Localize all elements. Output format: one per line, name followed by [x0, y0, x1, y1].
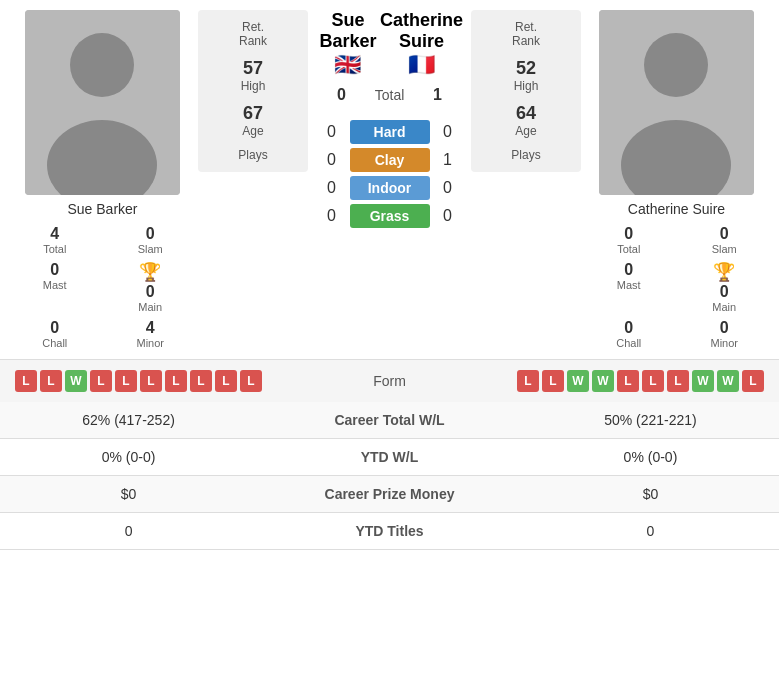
player1-total-stat: 4 Total — [15, 225, 95, 255]
player2-main-label: Main — [712, 301, 736, 313]
form-badge-l: L — [215, 370, 237, 392]
stats-left-3: 0 — [0, 513, 257, 550]
player1-main-label: Main — [138, 301, 162, 313]
player1-slam-value: 0 — [146, 225, 155, 243]
player2-slam-label: Slam — [712, 243, 737, 255]
player2-rank-label: Rank — [512, 34, 540, 48]
player1-mast-stat: 0 Mast — [15, 261, 95, 313]
player1-main-value: 0 — [146, 283, 155, 301]
player1-silhouette — [25, 10, 180, 195]
player1-mast-value: 0 — [50, 261, 59, 279]
player2-ret-label: Ret. — [515, 20, 537, 34]
stats-right-1: 0% (0-0) — [522, 439, 779, 476]
player1-plays-label: Plays — [238, 148, 267, 162]
player1-mid-card: Ret. Rank 57 High 67 Age Plays — [198, 10, 308, 172]
player1-trophy-icon: 🏆 — [139, 261, 161, 283]
form-badge-l: L — [542, 370, 564, 392]
player2-mast-stat: 0 Mast — [589, 261, 669, 313]
form-label: Form — [270, 373, 509, 389]
player1-main-stat: 🏆 0 Main — [111, 261, 191, 313]
player1-mast-label: Mast — [43, 279, 67, 291]
form-badge-l: L — [140, 370, 162, 392]
player1-grass-score: 0 — [322, 207, 342, 225]
stats-row: 0% (0-0)YTD W/L0% (0-0) — [0, 439, 779, 476]
main-container: Sue Barker 4 Total 0 Slam 0 Mast 🏆 0 Ma — [0, 0, 779, 550]
player2-total-stat: 0 Total — [589, 225, 669, 255]
player2-age-label: Age — [515, 124, 536, 138]
indoor-badge: Indoor — [350, 176, 430, 200]
player1-minor-value: 4 — [146, 319, 155, 337]
player2-flag: 🇫🇷 — [380, 52, 463, 78]
form-badge-l: L — [15, 370, 37, 392]
form-badge-w: W — [692, 370, 714, 392]
stats-right-3: 0 — [522, 513, 779, 550]
player2-hard-score: 0 — [438, 123, 458, 141]
player1-age-label: Age — [242, 124, 263, 138]
player2-total-label: Total — [617, 243, 640, 255]
stats-left-1: 0% (0-0) — [0, 439, 257, 476]
stats-row: 62% (417-252)Career Total W/L50% (221-22… — [0, 402, 779, 439]
surface-rows: 0 Hard 0 0 Clay 1 0 Indoor 0 0 Grass — [316, 120, 463, 228]
stats-right-0: 50% (221-221) — [522, 402, 779, 439]
player2-high-label: High — [514, 79, 539, 93]
form-badge-l: L — [115, 370, 137, 392]
player2-rank-stat: Ret. Rank — [485, 20, 567, 48]
player1-total-value: 4 — [50, 225, 59, 243]
form-badge-l: L — [190, 370, 212, 392]
player2-mast-label: Mast — [617, 279, 641, 291]
player2-chall-label: Chall — [616, 337, 641, 349]
player2-stats: 0 Total 0 Slam 0 Mast 🏆 0 Main 0 — [589, 225, 764, 349]
form-badge-w: W — [65, 370, 87, 392]
player1-plays-stat: Plays — [212, 148, 294, 162]
hard-badge: Hard — [350, 120, 430, 144]
player2-mast-value: 0 — [624, 261, 633, 279]
player1-name-label: Sue Barker — [67, 201, 137, 217]
form-section: LLWLLLLLLL Form LLWWLLLWWL — [0, 359, 779, 402]
player1-age-value: 67 — [243, 103, 263, 124]
player1-chall-stat: 0 Chall — [15, 319, 95, 349]
stats-row: $0Career Prize Money$0 — [0, 476, 779, 513]
player2-high-stat: 52 High — [485, 58, 567, 93]
player1-avatar — [25, 10, 180, 195]
player1-flag: 🇬🇧 — [316, 52, 380, 78]
total-row: 0 Total 1 — [332, 86, 448, 104]
player2-total-score: 1 — [428, 86, 448, 104]
player1-rank-stat: Ret. Rank — [212, 20, 294, 48]
form-badge-w: W — [717, 370, 739, 392]
player2-name-label: Catherine Suire — [628, 201, 725, 217]
player2-mid-card: Ret. Rank 52 High 64 Age Plays — [471, 10, 581, 172]
player2-slam-stat: 0 Slam — [685, 225, 765, 255]
form-badge-l: L — [40, 370, 62, 392]
player2-chall-value: 0 — [624, 319, 633, 337]
player1-rank-label: Rank — [239, 34, 267, 48]
stats-center-2: Career Prize Money — [257, 476, 522, 513]
total-label: Total — [360, 87, 420, 103]
player2-indoor-score: 0 — [438, 179, 458, 197]
player2-total-value: 0 — [624, 225, 633, 243]
player1-card: Sue Barker 4 Total 0 Slam 0 Mast 🏆 0 Ma — [15, 10, 190, 349]
player1-slam-stat: 0 Slam — [111, 225, 191, 255]
player1-clay-score: 0 — [322, 151, 342, 169]
form-badge-l: L — [240, 370, 262, 392]
center-section: Sue Barker 🇬🇧 Catherine Suire 🇫🇷 0 Total… — [316, 10, 463, 228]
player2-main-value: 0 — [720, 283, 729, 301]
player2-age-value: 64 — [516, 103, 536, 124]
player1-name-center: Sue Barker — [316, 10, 380, 52]
player1-minor-stat: 4 Minor — [111, 319, 191, 349]
stats-left-2: $0 — [0, 476, 257, 513]
player2-clay-score: 1 — [438, 151, 458, 169]
player1-high-stat: 57 High — [212, 58, 294, 93]
player2-form-badges: LLWWLLLWWL — [517, 370, 764, 392]
form-badge-l: L — [667, 370, 689, 392]
form-badge-l: L — [517, 370, 539, 392]
grass-badge: Grass — [350, 204, 430, 228]
clay-badge: Clay — [350, 148, 430, 172]
player2-avatar — [599, 10, 754, 195]
player2-minor-value: 0 — [720, 319, 729, 337]
clay-row: 0 Clay 1 — [316, 148, 463, 172]
stats-table: 62% (417-252)Career Total W/L50% (221-22… — [0, 402, 779, 550]
stats-center-1: YTD W/L — [257, 439, 522, 476]
form-badge-l: L — [90, 370, 112, 392]
stats-row: 0YTD Titles0 — [0, 513, 779, 550]
player1-age-stat: 67 Age — [212, 103, 294, 138]
